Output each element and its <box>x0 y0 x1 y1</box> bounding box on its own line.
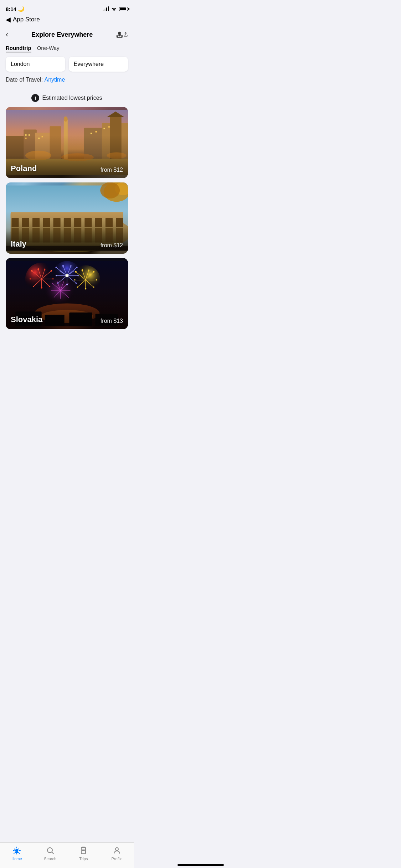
date-label: Date of Travel: <box>6 77 43 83</box>
destination-card-poland[interactable]: Poland from $12 <box>6 107 128 178</box>
country-name: Poland <box>11 164 37 173</box>
battery-icon <box>119 7 128 11</box>
search-inputs: London Everywhere <box>0 57 134 77</box>
card-labels-slovakia: Slovakia from $13 <box>6 315 128 324</box>
time-display: 8:14 <box>6 6 16 12</box>
moon-icon: 🌙 <box>18 6 25 12</box>
card-labels-italy: Italy from $12 <box>6 239 128 249</box>
trip-tabs: Roundtrip One-Way <box>0 45 134 57</box>
tab-one-way[interactable]: One-Way <box>37 45 60 52</box>
page-title: Explore Everywhere <box>31 31 93 38</box>
destination-input[interactable]: Everywhere <box>69 57 128 72</box>
card-labels-poland: Poland from $12 <box>6 164 128 173</box>
app-store-label: App Store <box>13 16 40 23</box>
share-button[interactable] <box>116 29 128 41</box>
date-value[interactable]: Anytime <box>45 77 65 83</box>
date-of-travel-row[interactable]: Date of Travel: Anytime <box>0 77 134 89</box>
wifi-icon <box>111 7 117 11</box>
header: ‹ Explore Everywhere <box>0 26 134 45</box>
origin-input[interactable]: London <box>6 57 65 72</box>
price-label: from $13 <box>101 318 123 324</box>
country-name: Italy <box>11 239 26 249</box>
info-icon: ! <box>31 94 39 102</box>
price-label: from $12 <box>101 242 123 249</box>
price-label: from $12 <box>101 167 123 173</box>
country-name: Slovakia <box>11 315 42 324</box>
share-icon <box>116 31 123 38</box>
estimated-notice: ! Estimated lowest prices <box>0 89 134 107</box>
destination-card-italy[interactable]: Italy from $12 <box>6 182 128 254</box>
app-store-nav[interactable]: ◀ App Store <box>0 16 134 26</box>
back-arrow-icon: ◀ <box>6 16 11 24</box>
signal-bars <box>103 7 109 11</box>
status-time: 8:14 🌙 <box>6 6 25 12</box>
destination-card-slovakia[interactable]: Slovakia from $13 <box>6 258 128 329</box>
share-icon <box>123 31 128 38</box>
status-icons <box>103 7 128 11</box>
status-bar: 8:14 🌙 <box>0 0 134 16</box>
tab-roundtrip[interactable]: Roundtrip <box>6 45 31 52</box>
destination-cards: Poland from $12 <box>0 107 134 358</box>
back-button[interactable]: ‹ <box>6 30 8 39</box>
estimated-text: Estimated lowest prices <box>42 95 102 101</box>
